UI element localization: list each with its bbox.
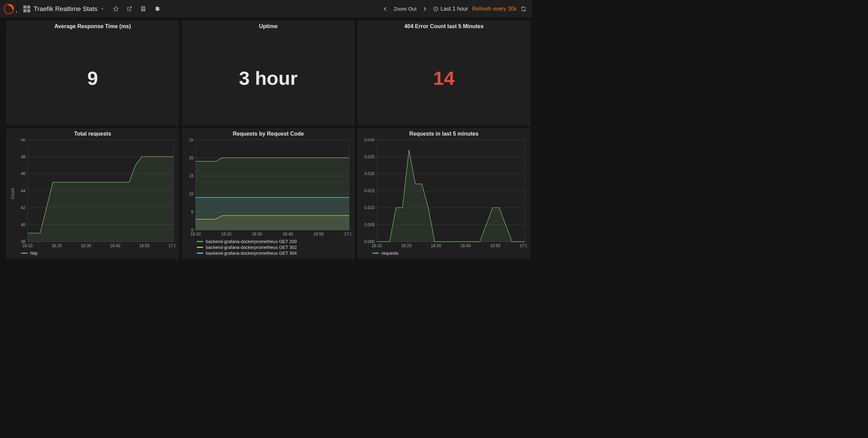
svg-text:15: 15 — [189, 173, 194, 178]
legend-item[interactable]: requests — [373, 251, 526, 256]
panel-title: Uptime — [182, 21, 355, 31]
singlestat: 9 — [6, 31, 179, 125]
svg-text:20: 20 — [189, 155, 194, 160]
svg-text:16:40: 16:40 — [283, 232, 293, 237]
svg-text:16:50: 16:50 — [490, 243, 501, 248]
svg-text:50: 50 — [21, 138, 26, 142]
resize-handle[interactable] — [350, 120, 354, 125]
svg-text:17:00: 17:00 — [520, 243, 527, 248]
svg-text:44: 44 — [21, 188, 26, 193]
svg-text:16:40: 16:40 — [110, 243, 120, 248]
legend-label: backend-grafana-dockerprometheus GET 200 — [206, 239, 297, 244]
clock-icon — [433, 6, 438, 12]
panel-title: Average Response Time (ms) — [6, 21, 179, 31]
legend-item[interactable]: backend-grafana-dockerprometheus GET 304 — [197, 251, 350, 256]
svg-text:25: 25 — [189, 138, 194, 142]
svg-text:16:50: 16:50 — [139, 243, 150, 248]
legend-swatch — [197, 247, 203, 248]
svg-text:0.015: 0.015 — [364, 188, 375, 193]
resize-handle[interactable] — [526, 120, 530, 125]
svg-text:17:00: 17:00 — [344, 232, 351, 237]
legend-swatch — [373, 253, 379, 254]
singlestat-value: 14 — [433, 67, 455, 89]
panel-title: Total requests — [6, 128, 179, 138]
panel-title: 404 Error Count last 5 Minutes — [357, 21, 530, 31]
row-drag-handle[interactable]: ⋮⋮ — [1, 21, 3, 125]
svg-text:16:10: 16:10 — [190, 232, 201, 237]
time-back-button[interactable] — [381, 6, 389, 12]
panel-row-2: ⋮⋮ Total requests Count 3840424446485016… — [1, 128, 530, 258]
singlestat-value: 9 — [87, 67, 98, 89]
resize-handle[interactable] — [174, 120, 178, 125]
svg-text:0.005: 0.005 — [364, 222, 375, 227]
dashboard-grid-icon — [23, 5, 30, 12]
save-button[interactable] — [136, 0, 150, 18]
svg-text:16:20: 16:20 — [51, 243, 62, 248]
dashboard-title: Traefik Realtime Stats — [34, 5, 97, 13]
resize-handle[interactable] — [526, 254, 530, 258]
panel-404-errors[interactable]: 404 Error Count last 5 Minutes 14 — [357, 21, 530, 125]
svg-text:16:20: 16:20 — [401, 243, 411, 248]
chevron-down-icon: ▾ — [102, 7, 103, 11]
svg-text:16:30: 16:30 — [252, 232, 262, 237]
panel-avg-response-time[interactable]: Average Response Time (ms) 9 — [6, 21, 179, 125]
zoom-out-label: Zoom Out — [394, 6, 417, 12]
svg-text:0.020: 0.020 — [364, 171, 375, 176]
legend-item[interactable]: backend-grafana-dockerprometheus GET 200 — [197, 239, 350, 244]
chart-canvas[interactable]: 0.0000.0050.0100.0150.0200.0250.03016:10… — [361, 138, 527, 249]
singlestat-value: 3 hour — [239, 67, 297, 89]
star-button[interactable] — [109, 0, 122, 18]
legend-item[interactable]: http — [21, 251, 174, 256]
svg-text:16:10: 16:10 — [372, 243, 382, 248]
legend-label: backend-grafana-dockerprometheus GET 302 — [206, 245, 297, 250]
grafana-logo[interactable] — [0, 0, 18, 18]
legend-item[interactable]: backend-grafana-dockerprometheus GET 302 — [197, 245, 350, 250]
y-axis-label: Count — [10, 138, 16, 249]
panel-title: Requests in last 5 minutes — [357, 128, 530, 138]
time-range-picker[interactable]: Last 1 hour — [433, 6, 468, 12]
svg-text:0.010: 0.010 — [364, 205, 375, 210]
svg-rect-2 — [142, 9, 144, 10]
svg-point-1 — [8, 8, 10, 10]
svg-text:10: 10 — [189, 192, 194, 196]
svg-text:16:30: 16:30 — [81, 243, 91, 248]
panel-uptime[interactable]: Uptime 3 hour — [182, 21, 355, 125]
legend-label: requests — [382, 251, 399, 256]
svg-text:40: 40 — [21, 222, 26, 227]
svg-text:16:50: 16:50 — [313, 232, 324, 237]
time-range-label: Last 1 hour — [441, 6, 468, 12]
legend-swatch — [21, 253, 27, 254]
svg-text:16:40: 16:40 — [460, 243, 471, 248]
svg-text:5: 5 — [191, 209, 193, 214]
settings-button[interactable] — [150, 0, 164, 18]
panel-total-requests[interactable]: Total requests Count 3840424446485016:10… — [6, 128, 179, 258]
legend-swatch — [197, 241, 203, 242]
svg-text:46: 46 — [21, 171, 26, 176]
time-picker: Zoom Out Last 1 hour Refresh every 30s — [381, 6, 532, 12]
svg-text:16:30: 16:30 — [431, 243, 441, 248]
row-drag-handle[interactable]: ⋮⋮ — [1, 128, 3, 258]
time-forward-button[interactable] — [421, 6, 429, 12]
zoom-out-button[interactable]: Zoom Out — [394, 6, 417, 12]
svg-text:0.025: 0.025 — [364, 154, 375, 159]
refresh-interval-picker[interactable]: Refresh every 30s — [472, 6, 517, 12]
singlestat: 14 — [357, 31, 530, 125]
panel-requests-last-5min[interactable]: Requests in last 5 minutes 0.0000.0050.0… — [357, 128, 530, 258]
panel-requests-by-code[interactable]: Requests by Request Code 051015202516:10… — [182, 128, 355, 258]
legend-label: backend-grafana-dockerprometheus GET 304 — [206, 251, 297, 256]
svg-text:17:00: 17:00 — [168, 243, 176, 248]
legend-swatch — [197, 253, 203, 254]
resize-handle[interactable] — [174, 254, 178, 258]
refresh-now-button[interactable] — [521, 6, 526, 12]
svg-text:16:20: 16:20 — [221, 232, 232, 237]
resize-handle[interactable] — [350, 254, 354, 258]
dashboard-grid: ⋮⋮ Average Response Time (ms) 9 Uptime 3… — [0, 18, 532, 258]
svg-text:16:10: 16:10 — [22, 243, 33, 248]
singlestat: 3 hour — [182, 31, 355, 125]
chart-canvas[interactable]: 3840424446485016:1016:2016:3016:4016:501… — [16, 138, 176, 249]
chart-canvas[interactable]: 051015202516:1016:2016:3016:4016:5017:00 — [185, 138, 351, 237]
refresh-label: Refresh every 30s — [472, 6, 517, 12]
panel-title: Requests by Request Code — [182, 128, 355, 138]
share-button[interactable] — [122, 0, 136, 18]
dashboard-picker[interactable]: Traefik Realtime Stats ▾ — [17, 0, 109, 18]
